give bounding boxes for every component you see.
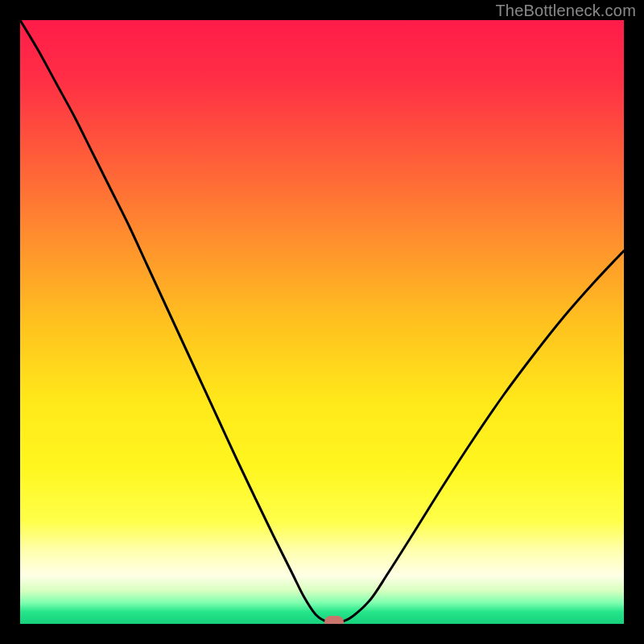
attribution-text: TheBottleneck.com bbox=[495, 2, 636, 20]
chart-svg bbox=[20, 20, 624, 624]
optimal-point-marker bbox=[324, 616, 344, 624]
gradient-background bbox=[20, 20, 624, 624]
chart-frame: TheBottleneck.com bbox=[0, 0, 644, 644]
plot-area bbox=[20, 20, 624, 624]
